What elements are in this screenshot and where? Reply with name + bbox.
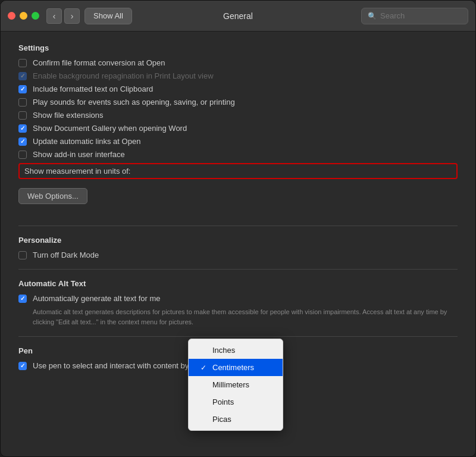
list-item: Turn off Dark Mode [18,251,458,259]
list-item: Include formatted text on Clipboard [18,84,458,93]
window-title: General [223,11,253,21]
list-item: Play sounds for events such as opening, … [18,98,458,107]
show-gallery-label: Show Document Gallery when opening Word [33,124,187,133]
dropdown-item-points[interactable]: Points [189,393,283,411]
alt-text-description: Automatic alt text generates description… [33,307,458,327]
picas-label: Picas [212,415,231,424]
nav-buttons: ‹ › [46,8,80,24]
auto-alt-label: Automatically generate alt text for me [33,294,161,303]
dropdown-item-millimeters[interactable]: Millimeters [189,376,283,393]
list-item: Update automatic links at Open [18,137,458,146]
dropdown-item-centimeters[interactable]: ✓ Centimeters [189,359,283,376]
list-item: Show file extensions [18,111,458,120]
section-divider-2 [18,269,458,270]
play-sounds-checkbox[interactable] [18,98,27,107]
confirm-format-label: Confirm file format conversion at Open [33,58,165,67]
update-links-checkbox[interactable] [18,137,27,146]
auto-alt-checkbox[interactable] [18,295,27,303]
back-button[interactable]: ‹ [46,8,62,24]
measurement-dropdown[interactable]: Inches ✓ Centimeters Millimeters Points [188,339,283,431]
web-options-button[interactable]: Web Options... [18,188,87,204]
main-window: ‹ › Show All General 🔍 Settings Confirm … [0,0,476,457]
include-formatted-checkbox[interactable] [18,85,27,93]
search-box[interactable]: 🔍 [361,8,468,24]
confirm-format-checkbox[interactable] [18,59,27,67]
show-all-button[interactable]: Show All [84,8,132,24]
search-icon: 🔍 [368,12,377,20]
forward-button[interactable]: › [64,8,80,24]
minimize-button[interactable] [20,12,27,20]
inches-label: Inches [212,346,235,355]
list-item: Show add-in user interface [18,150,458,159]
measurement-label: Show measurement in units of: [24,167,130,176]
play-sounds-label: Play sounds for events such as opening, … [33,98,235,107]
settings-section-title: Settings [18,43,458,52]
dropdown-item-picas[interactable]: Picas [189,411,283,428]
alt-text-section-title: Automatic Alt Text [18,279,458,288]
dark-mode-checkbox[interactable] [18,251,27,259]
pen-select-checkbox[interactable] [18,362,27,370]
show-gallery-checkbox[interactable] [18,124,27,133]
personalize-section-title: Personalize [18,236,458,245]
dark-mode-label: Turn off Dark Mode [33,251,99,259]
titlebar: ‹ › Show All General 🔍 [1,1,475,32]
section-divider-3 [18,336,458,337]
update-links-label: Update automatic links at Open [33,137,140,146]
close-button[interactable] [8,12,15,20]
show-addin-label: Show add-in user interface [33,150,125,159]
list-item: Automatically generate alt text for me [18,294,458,303]
centimeters-check: ✓ [201,364,209,372]
enable-repagination-label: Enable background repagination in Print … [33,71,214,80]
millimeters-label: Millimeters [212,380,249,389]
list-item: Enable background repagination in Print … [18,71,458,80]
measurement-row[interactable]: Show measurement in units of: [18,163,458,179]
dropdown-item-inches[interactable]: Inches [189,342,283,359]
maximize-button[interactable] [32,12,39,20]
dropdown-menu: Inches ✓ Centimeters Millimeters Points [188,339,283,431]
list-item: Show Document Gallery when opening Word [18,124,458,133]
search-input[interactable] [380,11,462,20]
centimeters-label: Centimeters [212,363,254,372]
traffic-lights [8,12,39,20]
show-extensions-checkbox[interactable] [18,111,27,120]
include-formatted-label: Include formatted text on Clipboard [33,84,153,93]
content-area: Settings Confirm file format conversion … [1,32,475,456]
show-addin-checkbox[interactable] [18,151,27,159]
points-label: Points [212,397,234,406]
list-item: Confirm file format conversion at Open [18,58,458,67]
section-divider-1 [18,226,458,226]
show-extensions-label: Show file extensions [33,111,104,120]
pen-select-label: Use pen to select and interact with cont… [33,361,214,370]
enable-repagination-checkbox[interactable] [18,72,27,80]
